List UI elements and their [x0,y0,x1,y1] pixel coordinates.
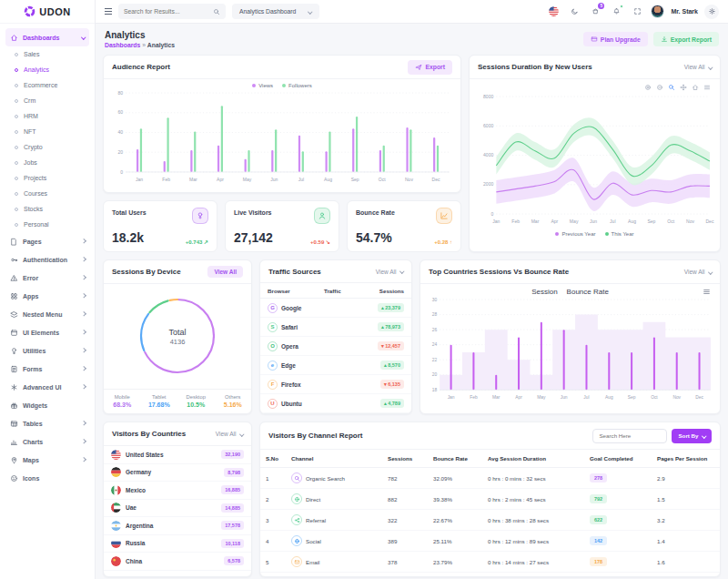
country-row-ar[interactable]: Argentina17,578 [104,517,251,535]
channel-report-card: Visitors By Channel Report Sort By S.NoC… [259,422,721,577]
plan-upgrade-button[interactable]: Plan Upgrade [583,32,648,46]
channel-row-3[interactable]: 3Referral32222.67%0 hrs : 38 mins : 28 s… [260,510,720,531]
traffic-row-ubuntu[interactable]: UUbuntu▴ 4,789 [260,394,411,413]
sort-by-button[interactable]: Sort By [672,429,712,443]
share-icon [294,517,300,523]
view-all-button[interactable]: View All [207,266,243,278]
flag-de-icon [111,467,121,477]
export-report-button[interactable]: Export Report [653,32,719,46]
traffic-row-firefox[interactable]: FFirefox▾ 6,135 [260,375,411,394]
channel-row-6[interactable]: 6 [260,573,720,578]
box-icon [10,329,18,337]
breadcrumb-parent[interactable]: Dashboards [105,42,140,48]
view-all-dropdown[interactable]: View All [216,431,243,437]
chevron-down-icon [702,433,706,438]
sidebar-item-pages[interactable]: Pages [5,232,89,250]
country-row-mx[interactable]: Mexico16,885 [104,482,251,500]
traffic-row-opera[interactable]: OOpera▾ 12,457 [260,337,411,356]
plane-icon [415,64,422,71]
chart-line-icon [440,211,449,220]
user-avatar[interactable] [651,5,664,18]
user-name[interactable]: Mr. Stark [671,8,698,15]
fullscreen-button[interactable] [630,5,644,19]
sidebar-subitem-jobs[interactable]: Jobs [5,155,89,170]
traffic-row-edge[interactable]: eEdge▴ 8,570 [260,356,411,375]
sidebar-item-tables[interactable]: Tables [5,414,89,432]
sidebar-item-icons[interactable]: Icons [5,469,89,487]
sidebar-item-maps[interactable]: Maps [5,451,89,469]
channel-row-1[interactable]: 1Organic Search78232.09%0 hrs : 0 mins :… [260,468,720,489]
sidebar-subitem-courses[interactable]: Courses [5,186,89,201]
dashboard-select[interactable]: Analytics Dashboard [232,4,319,19]
cell-channel: Organic Search [306,475,345,482]
chart-menu-icon[interactable] [703,288,711,296]
globe-icon [294,538,300,544]
sidebar-item-dashboards[interactable]: Dashboards [5,28,89,46]
traffic-row-safari[interactable]: SSafari▴ 78,973 [260,318,411,337]
sidebar-subitem-personal[interactable]: Personal [5,217,89,232]
country-row-de[interactable]: Germany8,798 [104,464,251,482]
legend-item[interactable]: This Year [605,231,634,237]
country-row-cn[interactable]: China6,578 [104,553,251,571]
sidebar-item-nested-menu[interactable]: Nested Menu [5,305,89,323]
sidebar-item-apps[interactable]: Apps [5,287,89,305]
bullet-icon [15,223,18,227]
dark-mode-button[interactable] [567,5,581,19]
settings-button[interactable] [704,5,719,19]
sidebar-item-advanced-ui[interactable]: Advanced UI [5,378,89,396]
country-row-ae[interactable]: Uae14,885 [104,500,251,518]
channel-search-input[interactable] [592,429,667,443]
col-browser: Browser [268,288,324,294]
sidebar-item-forms[interactable]: Forms [5,360,89,378]
sidebar-item-charts[interactable]: Charts [5,432,89,451]
sidebar-item-utilities[interactable]: Utilities [5,341,89,360]
channel-col-header: S.No [260,450,286,468]
sidebar-subitem-analytics[interactable]: Analytics [5,62,89,77]
legend-item[interactable]: Session [531,288,557,296]
view-all-dropdown[interactable]: View All [684,269,712,275]
cell-duration: 0 hrs : 38 mins : 28 secs [482,510,584,531]
browser-safari-icon: S [268,322,278,332]
sidebar-subitem-stocks[interactable]: Stocks [5,201,89,217]
menu-toggle-icon[interactable] [105,8,112,15]
channel-col-header: Sessions [382,450,428,468]
country-row-ru[interactable]: Russia10,118 [104,535,251,554]
sidebar-item-error[interactable]: Error [5,269,89,287]
sidebar-subitem-hrm[interactable]: HRM [5,108,89,124]
svg-text:Sep: Sep [351,177,359,182]
sidebar-item-authentication[interactable]: Authentication [5,250,89,269]
key-icon [10,256,18,264]
channel-row-2[interactable]: 2Direct88239.38%0 hrs : 2 mins : 45 secs… [260,489,720,510]
sidebar-subitem-crypto[interactable]: Crypto [5,139,89,155]
legend-item[interactable]: Bounce Rate [567,288,609,296]
sidebar-item-widgets[interactable]: Widgets [5,396,89,414]
sidebar-subitem-nft[interactable]: NFT [5,124,89,139]
stat-card-live-visitors: Live Visitors27,142+0.59 ↘ [225,200,339,252]
sidebar-subitem-projects[interactable]: Projects [5,170,89,186]
view-all-dropdown[interactable]: View All [684,64,712,70]
search-input[interactable] [124,8,213,15]
svg-text:Apr: Apr [551,218,558,224]
sidebar-subitem-ecommerce[interactable]: Ecommerce [5,77,89,93]
channel-row-4[interactable]: 4Social38925.11%0 hrs : 12 mins : 89 sec… [260,531,720,552]
notifications-button[interactable] [609,5,623,19]
chevron-right-icon [81,330,86,335]
brand-logo[interactable]: UDON [0,0,95,24]
bullet-icon [15,208,18,211]
export-button[interactable]: Export [408,60,452,75]
country-row-us[interactable]: United States32,190 [104,446,251,464]
traffic-row-google[interactable]: GGoogle▴ 23,379 [260,299,411,318]
channel-row-5[interactable]: 5Email37823.79%0 hrs : 14 mins : 27 secs… [260,552,720,573]
sidebar-subitem-sales[interactable]: Sales [5,46,89,62]
language-flag-button[interactable] [546,5,561,19]
legend-item[interactable]: Previous Year [555,231,595,237]
cart-button[interactable]: 5 [588,5,602,19]
view-all-dropdown[interactable]: View All [376,269,403,275]
svg-text:May: May [537,395,546,400]
sidebar-subitem-crm[interactable]: Crm [5,93,89,108]
cell-bounce: 39.38% [428,489,482,510]
browser-google-icon: G [268,303,278,313]
flag-cn-icon [111,556,121,566]
search-icon[interactable] [213,8,220,15]
sidebar-item-ui-elements[interactable]: UI Elements [5,323,89,341]
